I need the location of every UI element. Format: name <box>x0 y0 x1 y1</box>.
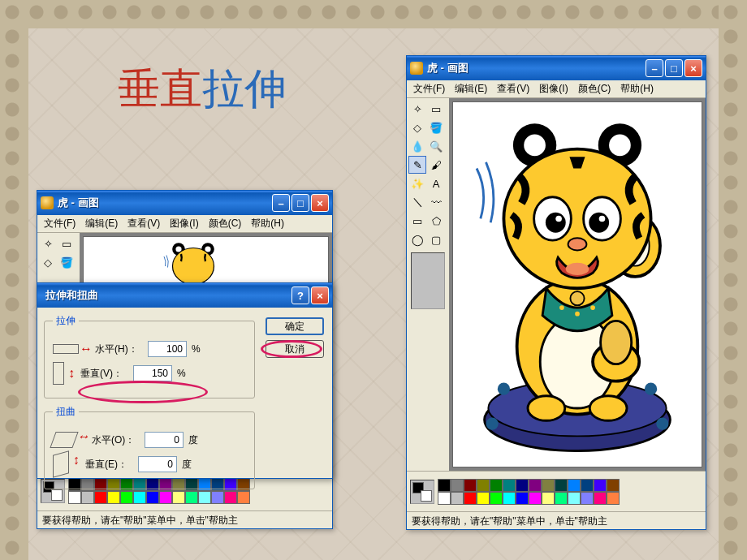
menu-image[interactable]: 图像(I) <box>166 215 201 232</box>
horizontal-input[interactable] <box>148 341 187 357</box>
palette-swatch[interactable] <box>172 491 185 504</box>
palette-swatch[interactable] <box>542 479 555 492</box>
menu-edit[interactable]: 编辑(E) <box>82 215 121 232</box>
rect-tool[interactable]: ▭ <box>408 212 426 230</box>
palette-swatch[interactable] <box>555 492 568 505</box>
line-tool[interactable]: ＼ <box>408 193 426 211</box>
palette-swatch[interactable] <box>594 492 607 505</box>
polygon-tool[interactable]: ⬠ <box>427 212 445 230</box>
palette-swatch[interactable] <box>503 479 516 492</box>
palette-swatch[interactable] <box>146 491 159 504</box>
titlebar[interactable]: 虎 - 画图 – □ × <box>407 56 706 80</box>
palette-swatch[interactable] <box>542 492 555 505</box>
menu-view[interactable]: 查看(V) <box>124 215 163 232</box>
palette-swatch[interactable] <box>503 492 516 505</box>
fill-tool[interactable]: 🪣 <box>58 253 76 271</box>
menu-image[interactable]: 图像(I) <box>536 80 571 97</box>
menu-color[interactable]: 颜色(C) <box>575 80 615 97</box>
tool-options[interactable] <box>411 252 445 309</box>
eraser-tool[interactable]: ◇ <box>39 253 57 271</box>
palette-swatch[interactable] <box>451 479 464 492</box>
palette-swatch[interactable] <box>451 492 464 505</box>
palette-swatch[interactable] <box>107 491 120 504</box>
palette-swatch[interactable] <box>438 492 451 505</box>
fill-tool[interactable]: 🪣 <box>427 118 445 136</box>
palette-swatch[interactable] <box>224 491 237 504</box>
text-tool[interactable]: A <box>427 174 445 192</box>
palette-swatch[interactable] <box>568 479 581 492</box>
menu-help[interactable]: 帮助(H) <box>248 215 287 232</box>
palette-swatch[interactable] <box>581 492 594 505</box>
pencil-tool[interactable]: ✎ <box>408 156 426 174</box>
help-button[interactable]: ? <box>291 286 309 304</box>
palette-swatch[interactable] <box>490 492 503 505</box>
paint-window-large: 虎 - 画图 – □ × 文件(F) 编辑(E) 查看(V) 图像(I) 颜色(… <box>406 55 706 530</box>
eraser-tool[interactable]: ◇ <box>408 118 426 136</box>
palette-swatch[interactable] <box>529 479 542 492</box>
menu-file[interactable]: 文件(F) <box>41 215 79 232</box>
canvas[interactable] <box>452 101 702 467</box>
airbrush-tool[interactable]: ✨ <box>408 174 426 192</box>
magnifier-tool[interactable]: 🔍 <box>427 137 445 155</box>
palette-swatch[interactable] <box>438 479 451 492</box>
maximize-button[interactable]: □ <box>291 194 309 212</box>
menu-file[interactable]: 文件(F) <box>410 80 448 97</box>
close-button[interactable]: × <box>311 194 329 212</box>
palette-swatch[interactable] <box>607 492 620 505</box>
palette-swatch[interactable] <box>594 479 607 492</box>
ok-button[interactable]: 确定 <box>266 317 324 335</box>
palette-swatch[interactable] <box>185 491 198 504</box>
picker-tool[interactable]: 💧 <box>408 137 426 155</box>
dialog-close-button[interactable]: × <box>311 286 329 304</box>
palette-swatch[interactable] <box>568 492 581 505</box>
palette-swatch[interactable] <box>464 479 477 492</box>
minimize-button[interactable]: – <box>272 194 290 212</box>
cancel-button[interactable]: 取消 <box>266 340 324 358</box>
palette-swatch[interactable] <box>555 479 568 492</box>
palette-swatch[interactable] <box>211 491 224 504</box>
titlebar[interactable]: 虎 - 画图 – □ × <box>37 191 332 215</box>
free-select-tool[interactable]: ✧ <box>39 235 57 252</box>
palette-swatch[interactable] <box>81 491 94 504</box>
palette-swatch[interactable] <box>607 479 620 492</box>
rect-select-tool[interactable]: ▭ <box>427 100 445 118</box>
color-fg-bg[interactable] <box>410 480 434 504</box>
palette-swatch[interactable] <box>120 491 133 504</box>
palette-swatch[interactable] <box>198 491 211 504</box>
palette-swatch[interactable] <box>68 491 81 504</box>
svg-point-9 <box>498 383 510 395</box>
maximize-button[interactable]: □ <box>665 59 683 77</box>
palette-swatch[interactable] <box>516 492 529 505</box>
menu-edit[interactable]: 编辑(E) <box>451 80 490 97</box>
stretch-legend: 拉伸 <box>53 314 79 328</box>
curve-tool[interactable]: 〰 <box>427 193 445 211</box>
palette-swatch[interactable] <box>94 491 107 504</box>
palette-swatch[interactable] <box>581 479 594 492</box>
menu-color[interactable]: 颜色(C) <box>205 215 245 232</box>
palette-swatch[interactable] <box>477 479 490 492</box>
brush-tool[interactable]: 🖌 <box>427 156 445 174</box>
palette-swatch[interactable] <box>477 492 490 505</box>
free-select-tool[interactable]: ✧ <box>408 100 426 118</box>
roundrect-tool[interactable]: ▢ <box>427 230 445 248</box>
menu-view[interactable]: 查看(V) <box>494 80 533 97</box>
rect-select-tool[interactable]: ▭ <box>58 235 76 252</box>
skew-h-input[interactable] <box>145 432 184 448</box>
skew-v-input[interactable] <box>138 456 177 472</box>
minimize-button[interactable]: – <box>646 59 663 77</box>
menu-help[interactable]: 帮助(H) <box>617 80 657 97</box>
palette-swatch[interactable] <box>159 491 172 504</box>
ellipse-tool[interactable]: ◯ <box>408 230 426 248</box>
palette-swatch[interactable] <box>490 479 503 492</box>
palette-swatch[interactable] <box>529 492 542 505</box>
palette-swatch[interactable] <box>237 491 250 504</box>
palette-swatch[interactable] <box>133 491 146 504</box>
palette-swatch[interactable] <box>464 492 477 505</box>
svg-point-35 <box>589 396 627 421</box>
menubar: 文件(F) 编辑(E) 查看(V) 图像(I) 颜色(C) 帮助(H) <box>407 80 706 98</box>
dialog-titlebar[interactable]: 拉伸和扭曲 ? × <box>37 283 332 308</box>
palette-swatch[interactable] <box>516 479 529 492</box>
vertical-input[interactable] <box>133 365 172 381</box>
close-button[interactable]: × <box>684 59 702 77</box>
svg-point-10 <box>645 383 657 395</box>
